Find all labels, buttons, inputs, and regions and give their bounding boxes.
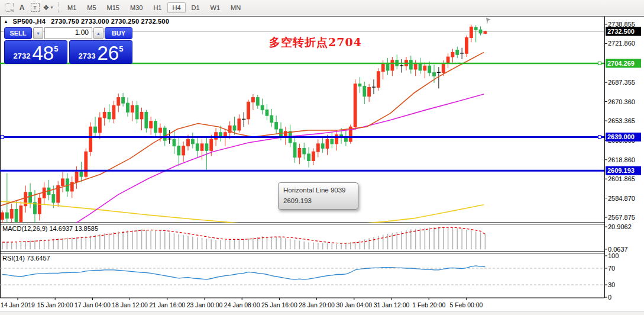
svg-text:20.9062: 20.9062 — [608, 223, 632, 230]
sell-price-big: 48 — [32, 44, 54, 62]
svg-text:2704.269: 2704.269 — [607, 60, 635, 67]
svg-text:21 Jan 16:00: 21 Jan 16:00 — [149, 301, 185, 308]
buy-price-small: 2733 — [79, 52, 96, 60]
cursor-marker — [486, 18, 491, 24]
text-box-icon: T — [31, 3, 40, 12]
horizontal-line-tooltip: Horizontal Line 9039 2609.193 — [278, 182, 358, 210]
svg-text:2721.860: 2721.860 — [608, 40, 635, 47]
font-icon: A — [20, 4, 25, 12]
buy-price-sup: 5 — [119, 44, 123, 53]
svg-text:30 Jan 04:00: 30 Jan 04:00 — [336, 301, 372, 308]
tooltip-line-value: 2609.193 — [283, 196, 353, 207]
tooltip-line-name: Horizontal Line 9039 — [283, 185, 353, 196]
chart-ohlc-values: 2730.750 2733.000 2730.250 2732.500 — [51, 18, 169, 25]
status-strip — [0, 311, 644, 315]
svg-text:2653.365: 2653.365 — [608, 117, 635, 124]
toolbar: F A T ❖ ▾ M1M5M15M30H1H4D1W1MN — [0, 0, 644, 15]
arrow-objects-dropdown-button[interactable]: ❖ ▾ — [41, 2, 54, 14]
grid-icon-letter: F — [11, 8, 14, 13]
timeframe-d1-button[interactable]: D1 — [187, 2, 205, 13]
one-click-trading-panel: SELL ▼ 1.00 ▲ BUY 2732 48 5 2733 26 5 — [4, 27, 132, 64]
chart-annotation-text: 多空转折点2704 — [269, 35, 362, 50]
svg-text:17 Jan 04:00: 17 Jan 04:00 — [75, 301, 111, 308]
timeframe-h4-button[interactable]: H4 — [167, 2, 185, 13]
collapse-chart-icon[interactable]: ▲ — [4, 19, 8, 24]
timeframe-mn-button[interactable]: MN — [226, 2, 245, 13]
rsi-layer — [0, 266, 604, 285]
macd-indicator-label: MACD(12,26,9) 14.6937 13.8585 — [2, 225, 98, 232]
chart-symbol-label: SP500-,H4 — [12, 18, 46, 25]
svg-text:2738.855: 2738.855 — [608, 21, 635, 28]
svg-text:2670.360: 2670.360 — [608, 98, 635, 105]
svg-text:28 Jan 20:00: 28 Jan 20:00 — [299, 301, 335, 308]
grid-icon: F — [5, 3, 14, 12]
svg-text:18 Jan 12:00: 18 Jan 12:00 — [112, 301, 148, 308]
svg-text:2609.193: 2609.193 — [607, 167, 635, 174]
svg-text:31 Jan 12:00: 31 Jan 12:00 — [374, 301, 410, 308]
timeframe-m30-button[interactable]: M30 — [125, 2, 147, 13]
svg-text:2732.500: 2732.500 — [607, 28, 635, 35]
spin-up-icon: ▲ — [96, 31, 101, 36]
forex-grid-tool-button[interactable]: F — [2, 2, 15, 14]
svg-text:2687.355: 2687.355 — [608, 79, 635, 86]
buy-price-big: 26 — [97, 44, 119, 62]
text-label-tool-button[interactable]: T — [28, 2, 41, 14]
sell-price-box[interactable]: 2732 48 5 — [4, 40, 67, 64]
svg-text:1 Feb 20:00: 1 Feb 20:00 — [412, 301, 445, 308]
svg-text:5 Feb 00:00: 5 Feb 00:00 — [449, 301, 483, 308]
svg-text:100: 100 — [608, 252, 619, 259]
svg-text:2584.870: 2584.870 — [608, 195, 635, 202]
chevron-down-icon: ▾ — [50, 5, 53, 10]
volume-input[interactable]: 1.00 — [44, 27, 92, 39]
text-box-icon-letter: T — [33, 5, 37, 11]
svg-text:25 Jan 16:00: 25 Jan 16:00 — [261, 301, 297, 308]
svg-text:2567.875: 2567.875 — [608, 214, 635, 221]
timeframe-m1-button[interactable]: M1 — [63, 2, 81, 13]
timeframe-m15-button[interactable]: M15 — [102, 2, 124, 13]
buy-button[interactable]: BUY — [105, 27, 132, 39]
toolbar-separator — [58, 2, 59, 13]
font-tool-button[interactable]: A — [15, 2, 28, 14]
svg-text:2618.860: 2618.860 — [608, 156, 635, 163]
svg-text:24 Jan 08:00: 24 Jan 08:00 — [224, 301, 260, 308]
timeframe-button-row: M1M5M15M30H1H4D1W1MN — [62, 2, 246, 13]
sell-price-small: 2732 — [14, 52, 31, 60]
arrow-objects-icon: ❖ — [43, 4, 50, 12]
volume-decrease-button[interactable]: ▼ — [33, 27, 43, 39]
svg-text:70: 70 — [608, 265, 615, 272]
svg-text:23 Jan 00:00: 23 Jan 00:00 — [187, 301, 223, 308]
volume-increase-button[interactable]: ▲ — [93, 27, 103, 39]
sell-price-sup: 5 — [54, 44, 58, 53]
svg-text:0: 0 — [608, 294, 611, 301]
chart-title: ▲ SP500-,H4 2730.750 2733.000 2730.250 2… — [4, 18, 169, 25]
price-axis: 2738.8552721.8602687.3552670.3602653.365… — [604, 21, 641, 301]
sell-button[interactable]: SELL — [4, 27, 32, 39]
spin-down-icon: ▼ — [36, 31, 40, 36]
rsi-indicator-label: RSI(14) 73.6457 — [2, 255, 50, 262]
svg-text:15 Jan 20:00: 15 Jan 20:00 — [37, 301, 73, 308]
svg-text:2601.865: 2601.865 — [608, 175, 635, 182]
svg-text:30: 30 — [608, 281, 615, 288]
time-axis: 14 Jan 201915 Jan 20:0017 Jan 04:0018 Ja… — [1, 298, 483, 308]
timeframe-m5-button[interactable]: M5 — [82, 2, 101, 13]
timeframe-h1-button[interactable]: H1 — [148, 2, 166, 13]
svg-text:14 Jan 2019: 14 Jan 2019 — [1, 301, 35, 308]
svg-text:2639.000: 2639.000 — [607, 133, 635, 140]
timeframe-w1-button[interactable]: W1 — [206, 2, 225, 13]
buy-price-box[interactable]: 2733 26 5 — [69, 40, 132, 64]
